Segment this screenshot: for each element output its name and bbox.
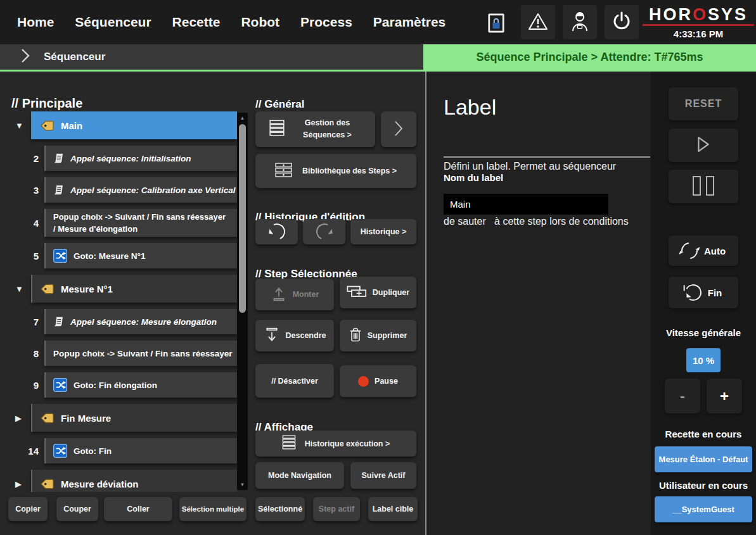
chevron-down-icon[interactable]: ▼ <box>15 285 23 293</box>
tree-label-text: Mesure N°1 <box>61 284 113 294</box>
play-icon <box>696 136 710 154</box>
execution-history-button[interactable]: Historique exécution > <box>255 431 416 456</box>
tree-step-row[interactable]: 8 Popup choix -> Suivant / Fin sans rées… <box>13 341 237 366</box>
follow-active-button[interactable]: Suivre Actif <box>350 462 416 489</box>
tree-step-row[interactable]: 14 Goto: Fin <box>13 438 237 463</box>
undo-button[interactable] <box>255 219 298 244</box>
step-library-button[interactable]: Bibliothèque des Steps > <box>255 154 416 188</box>
sequence-panel: // Principale ▼ Main 2 <box>0 72 425 535</box>
tree-label-box[interactable]: Main <box>31 111 237 139</box>
scrollbar-down-icon[interactable]: ▼ <box>237 482 248 488</box>
speed-increase-button[interactable]: + <box>707 379 742 413</box>
tree-label-box[interactable]: Fin Mesure <box>31 404 237 432</box>
brand-text: HOROSYS <box>643 6 754 23</box>
active-step-banner[interactable]: Séquence Principale > Attendre: T#765ms <box>423 44 756 70</box>
tree-step-row[interactable]: 4 Popup choix -> Suivant / Fin sans rées… <box>13 209 237 237</box>
tree-step-row[interactable]: 3 Appel séquence: Calibration axe Vertic… <box>13 177 237 203</box>
run-control-panel: RESET Auto Fin Vitesse générale 10 % - + <box>651 72 756 535</box>
row-gutter: 8 <box>13 341 44 366</box>
auto-mode-button[interactable]: Auto <box>669 236 738 266</box>
label-name-input[interactable] <box>444 194 608 215</box>
cut-button[interactable]: Couper <box>56 497 98 521</box>
banner-chevron-icon[interactable] <box>738 48 750 68</box>
pause-step-button[interactable]: Pause <box>340 365 416 397</box>
history-button[interactable]: Historique > <box>350 219 416 244</box>
alarm-button[interactable] <box>521 5 555 39</box>
scrollbar-thumb[interactable] <box>239 124 246 313</box>
speed-decrease-button[interactable]: - <box>665 379 700 413</box>
power-button[interactable] <box>605 5 639 39</box>
step-number: 5 <box>34 251 39 261</box>
main-nav: Home Séquenceur Recette Robot Process Pa… <box>17 0 445 44</box>
nav-recette[interactable]: Recette <box>172 15 221 30</box>
tree-step-row[interactable]: 9 Goto: Fin élongation <box>13 372 237 398</box>
tree-step-box[interactable]: Appel séquence: Initialisation <box>44 146 237 171</box>
tree-row-label[interactable]: ▶ Mesure déviation <box>13 470 237 492</box>
recipe-caption: Recette en cours <box>651 429 756 439</box>
copy-button[interactable]: Copier <box>8 497 48 521</box>
tree-step-box[interactable]: Popup choix -> Suivant / Fin sans réessa… <box>44 209 237 237</box>
reset-button[interactable]: RESET <box>669 87 738 120</box>
tree-step-box[interactable]: Appel séquence: Mesure élongation <box>44 309 237 334</box>
panel-expand-button[interactable] <box>381 111 416 147</box>
current-recipe-button[interactable]: Mesure Étalon - Défaut <box>655 446 752 472</box>
run-to-end-button[interactable]: Fin <box>669 277 738 308</box>
current-user-button[interactable]: __SystemGuest <box>655 496 752 522</box>
multi-select-button[interactable]: Sélection multiple <box>179 497 247 521</box>
user-button[interactable] <box>563 5 597 39</box>
nav-sequenceur[interactable]: Séquenceur <box>75 15 151 30</box>
goto-icon <box>53 444 67 458</box>
nav-home[interactable]: Home <box>17 15 54 30</box>
chevron-right-expander-icon[interactable]: ▶ <box>15 414 22 422</box>
goto-selected-button[interactable]: Sélectionné <box>255 497 305 521</box>
navigation-mode-button[interactable]: Mode Navigation <box>255 462 344 489</box>
execution-history-label: Historique exécution > <box>305 439 390 448</box>
trash-icon <box>349 327 362 344</box>
nav-robot[interactable]: Robot <box>241 15 279 30</box>
pause-dot-icon <box>358 376 369 387</box>
tag-icon <box>40 283 54 295</box>
tree-row-main[interactable]: ▼ Main <box>13 111 237 139</box>
sequence-manager-button[interactable]: Gestion des Séquences > <box>255 111 375 147</box>
move-up-button[interactable]: Monter <box>255 279 334 310</box>
step-label: Appel séquence: Mesure élongation <box>70 317 217 327</box>
chevron-right-icon <box>394 120 404 139</box>
redo-button[interactable] <box>303 219 345 244</box>
play-button[interactable] <box>669 129 738 162</box>
tree-step-box[interactable]: Goto: Mesure N°1 <box>44 243 237 268</box>
move-up-label: Monter <box>293 290 319 299</box>
tree-step-row[interactable]: 2 Appel séquence: Initialisation <box>13 146 237 171</box>
tree-row-label[interactable]: ▼ Mesure N°1 <box>13 275 237 303</box>
redo-icon <box>314 221 335 242</box>
tree-label-box[interactable]: Mesure N°1 <box>31 275 237 303</box>
pause-button[interactable] <box>669 170 738 203</box>
chevron-down-icon[interactable]: ▼ <box>15 122 23 130</box>
nav-process[interactable]: Process <box>300 15 352 30</box>
arrow-up-icon <box>271 286 287 303</box>
tree-step-box[interactable]: Appel séquence: Calibration axe Vertical <box>44 177 237 203</box>
tree-row-label[interactable]: ▶ Fin Mesure <box>13 404 237 432</box>
chevron-right-expander-icon[interactable]: ▶ <box>15 480 22 488</box>
scrollbar-up-icon[interactable]: ▲ <box>237 115 248 121</box>
tree-step-box[interactable]: Goto: Fin <box>44 438 237 463</box>
move-down-label: Descendre <box>286 331 326 340</box>
tree-step-row[interactable]: 5 Goto: Mesure N°1 <box>13 243 237 268</box>
move-down-button[interactable]: Descendre <box>255 320 334 351</box>
tree-step-row[interactable]: 7 Appel séquence: Mesure élongation <box>13 309 237 334</box>
sequence-tree: ▼ Main 2 Appel séquence: <box>13 111 237 492</box>
operator-icon <box>570 11 590 34</box>
goto-target-label-button[interactable]: Label cible <box>368 497 418 521</box>
library-rows-icon <box>275 163 292 179</box>
goto-active-step-button[interactable]: Step actif <box>313 497 360 521</box>
nav-parametres[interactable]: Paramètres <box>373 15 445 30</box>
brand-pre: HOR <box>649 5 693 24</box>
delete-button[interactable]: Supprimer <box>340 320 416 351</box>
tree-step-box[interactable]: Popup choix -> Suivant / Fin sans réessa… <box>44 341 237 366</box>
step-number: 2 <box>34 153 39 164</box>
disable-button[interactable]: // Désactiver <box>255 364 334 398</box>
paste-button[interactable]: Coller <box>104 497 172 521</box>
duplicate-button[interactable]: Dupliquer <box>340 277 416 308</box>
tree-label-box[interactable]: Mesure déviation <box>31 470 237 492</box>
tree-step-box[interactable]: Goto: Fin élongation <box>44 372 237 398</box>
tree-scrollbar[interactable]: ▲ ▼ <box>237 113 248 490</box>
